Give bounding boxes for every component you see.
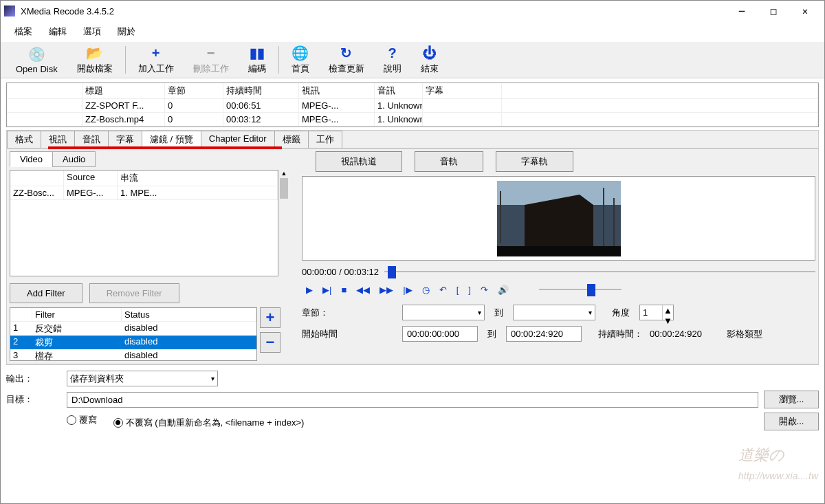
stop-icon[interactable]: ■	[341, 285, 346, 295]
filter-row[interactable]: 1反交錯disabled	[10, 322, 256, 336]
menu-options[interactable]: 選項	[76, 23, 108, 41]
subtab-audio[interactable]: Audio	[52, 151, 96, 167]
volume-slider[interactable]	[539, 283, 622, 296]
tab-chapter-editor[interactable]: Chapter Editor	[201, 131, 275, 148]
rewind-icon[interactable]: ◀◀	[356, 285, 370, 295]
power-icon: ⏻	[421, 45, 438, 61]
col-blank[interactable]	[7, 83, 82, 99]
tool-exit[interactable]: ⏻結束	[411, 43, 448, 76]
menu-edit[interactable]: 編輯	[42, 23, 74, 41]
main-tabs: 格式 視訊 音訊 字幕 濾鏡 / 預覽 Chapter Editor 標籤 工作	[7, 131, 818, 149]
playback-controls: ▶ ▶| ■ ◀◀ ▶▶ |▶ ◷ ↶ [ ] ↷ 🔊	[306, 283, 815, 296]
to-label: 到	[494, 307, 503, 319]
radio-overwrite[interactable]: 覆寫	[67, 414, 97, 426]
tool-remove-job[interactable]: −刪除工作	[184, 43, 239, 76]
bracket-open-icon[interactable]: [	[456, 285, 459, 295]
right-column: 視訊軌道 音軌 字幕軌 00:00:00 / 00:03:12	[299, 149, 818, 364]
plus-icon: +	[148, 45, 164, 61]
tab-subtitle[interactable]: 字幕	[108, 131, 142, 148]
tool-add-job[interactable]: +加入工作	[129, 43, 184, 76]
col-title[interactable]: 標題	[82, 83, 165, 99]
volume-icon[interactable]: 🔊	[498, 285, 509, 295]
tab-job[interactable]: 工作	[308, 131, 342, 148]
tool-open-file[interactable]: 📂開啟檔案	[67, 43, 122, 76]
menu-file[interactable]: 檔案	[8, 23, 39, 41]
app-icon	[4, 6, 15, 17]
radio-no-overwrite[interactable]: 不覆寫 (自動重新命名為, <filename + index>)	[113, 417, 305, 429]
angle-label: 角度	[612, 307, 630, 319]
globe-icon: 🌐	[292, 45, 309, 61]
angle-spinner[interactable]: ▲▼	[639, 305, 674, 320]
maximize-button[interactable]: □	[758, 1, 789, 21]
remove-filter-button[interactable]: Remove Filter	[89, 283, 179, 303]
tool-encode[interactable]: ▮▮編碼	[239, 43, 276, 76]
col-duration[interactable]: 持續時間	[223, 83, 299, 99]
tool-home[interactable]: 🌐首頁	[282, 43, 319, 76]
file-row[interactable]: ZZ-Bosch.mp4000:03:12MPEG-...1. Unknown …	[7, 113, 818, 127]
clock-icon[interactable]: ◷	[422, 285, 430, 295]
col-video[interactable]: 視訊	[299, 83, 375, 99]
help-icon: ?	[384, 45, 401, 61]
forward-icon[interactable]: ▶▶	[380, 285, 393, 295]
file-row[interactable]: ZZ-SPORT F...000:06:51MPEG-...1. Unknown…	[7, 99, 818, 113]
tab-video[interactable]: 視訊	[41, 131, 75, 148]
col-source[interactable]: Source	[64, 171, 118, 186]
filter-add-button[interactable]: +	[260, 307, 280, 328]
browse-button[interactable]: 瀏覽...	[764, 391, 819, 408]
tab-filter[interactable]: 濾鏡 / 預覽	[142, 131, 201, 148]
target-label: 目標：	[6, 393, 61, 406]
col-filter[interactable]: Filter	[32, 308, 122, 322]
tool-help[interactable]: ?說明	[374, 43, 411, 76]
audio-track-button[interactable]: 音軌	[415, 151, 483, 172]
menu-about[interactable]: 關於	[111, 23, 142, 41]
tool-check-update[interactable]: ↻檢查更新	[319, 43, 374, 76]
annotation-underline	[48, 146, 282, 149]
step-icon[interactable]: |▶	[403, 285, 412, 295]
duration-value: 00:00:24:920	[650, 329, 702, 339]
filter-row[interactable]: 3檔存disabled	[10, 349, 256, 361]
content: Video Audio Source 串流 ZZ-Bosc...MPEG-...…	[7, 149, 818, 364]
col-audio[interactable]: 音訊	[375, 83, 423, 99]
start-time-from[interactable]	[402, 326, 478, 342]
target-input[interactable]	[67, 392, 758, 408]
subtitle-track-button[interactable]: 字幕軌	[496, 151, 573, 172]
mark-in-icon[interactable]: ↶	[439, 285, 447, 295]
col-chapter[interactable]: 章節	[165, 83, 223, 99]
filter-row[interactable]: 2裁剪disabled	[10, 336, 256, 349]
start-time-to[interactable]	[506, 326, 582, 342]
col-subtitle[interactable]: 字幕	[423, 83, 502, 99]
output-select[interactable]: 儲存到資料夾	[67, 371, 218, 386]
video-track-button[interactable]: 視訊軌道	[316, 151, 402, 172]
scrollbar[interactable]: ▲	[278, 170, 289, 276]
col-status[interactable]: Status	[122, 308, 256, 322]
left-column: Video Audio Source 串流 ZZ-Bosc...MPEG-...…	[7, 149, 299, 364]
chapter-from-select[interactable]	[402, 305, 485, 320]
play-icon[interactable]: ▶	[306, 285, 313, 295]
mark-out-icon[interactable]: ↷	[481, 285, 488, 295]
minimize-button[interactable]: ─	[726, 1, 758, 21]
col-stream[interactable]: 串流	[118, 171, 278, 186]
disc-icon: 💿	[28, 46, 45, 63]
tabs-area: 格式 視訊 音訊 字幕 濾鏡 / 預覽 Chapter Editor 標籤 工作…	[6, 130, 819, 364]
duration-label: 持續時間：	[598, 328, 643, 340]
add-filter-button[interactable]: Add Filter	[10, 283, 82, 303]
encode-icon: ▮▮	[249, 45, 265, 61]
watermark: 道樂のhttp://www.xia....tw	[738, 445, 818, 483]
tool-open-disk[interactable]: 💿Open Disk	[6, 45, 67, 76]
window-title: XMedia Recode 3.4.5.2	[21, 6, 726, 17]
source-row[interactable]: ZZ-Bosc...MPEG-...1. MPE...	[10, 186, 278, 200]
tab-tag[interactable]: 標籤	[274, 131, 309, 148]
tab-format[interactable]: 格式	[7, 131, 41, 148]
open-button[interactable]: 開啟...	[764, 413, 819, 430]
file-list: 標題 章節 持續時間 視訊 音訊 字幕 ZZ-SPORT F...000:06:…	[6, 83, 819, 127]
subtab-video[interactable]: Video	[10, 151, 53, 167]
time-display: 00:00:00 / 00:03:12	[302, 267, 379, 277]
close-button[interactable]: ✕	[789, 1, 821, 21]
bracket-close-icon[interactable]: ]	[468, 285, 471, 295]
filter-remove-button[interactable]: −	[260, 332, 280, 353]
preview-pane	[302, 176, 815, 261]
next-icon[interactable]: ▶|	[322, 285, 331, 295]
chapter-to-select[interactable]	[513, 305, 595, 320]
tab-audio[interactable]: 音訊	[74, 131, 109, 148]
timeline-slider[interactable]	[384, 265, 815, 278]
